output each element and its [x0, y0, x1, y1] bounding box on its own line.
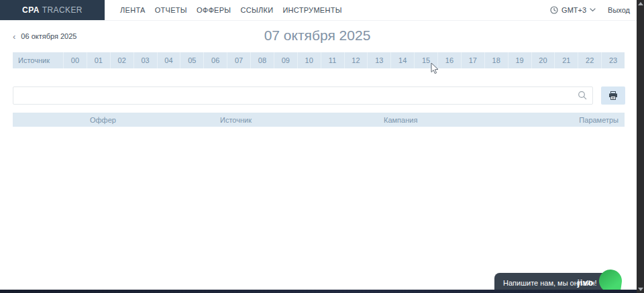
hour-cell-15[interactable]: 15 [415, 52, 438, 68]
menu-item-ssylki[interactable]: ССЫЛКИ [235, 6, 278, 14]
bottom-edge-strip [0, 290, 644, 293]
chevron-down-icon [590, 8, 596, 12]
hour-cell-20[interactable]: 20 [532, 52, 555, 68]
search-wrap [13, 86, 593, 105]
hour-cell-04[interactable]: 04 [158, 52, 181, 68]
vertical-scrollbar[interactable] [637, 0, 644, 293]
menu-item-instrumenty[interactable]: ИНСТРУМЕНТЫ [278, 6, 346, 14]
top-navbar: CPA TRACKER ЛЕНТА ОТЧЕТЫ ОФФЕРЫ ССЫЛКИ И… [0, 0, 644, 21]
prev-day-label: 06 октября 2025 [21, 32, 76, 40]
hour-cell-14[interactable]: 14 [391, 52, 415, 68]
table-header-offer: Оффер [90, 116, 220, 124]
hours-source-label: Источник [13, 52, 64, 68]
brand-logo[interactable]: CPA TRACKER [0, 0, 105, 20]
hour-cell-11[interactable]: 11 [321, 52, 345, 68]
hour-cell-22[interactable]: 22 [578, 52, 602, 68]
hour-cell-21[interactable]: 21 [555, 52, 578, 68]
table-header-row: Оффер Источник Кампания Параметры [13, 113, 625, 127]
hour-cell-09[interactable]: 09 [274, 52, 298, 68]
hour-cell-08[interactable]: 08 [251, 52, 274, 68]
hour-cell-05[interactable]: 05 [180, 52, 204, 68]
hour-cell-23[interactable]: 23 [602, 52, 625, 68]
timezone-selector[interactable]: GMT+3 [550, 6, 596, 14]
hour-cell-01[interactable]: 01 [87, 52, 111, 68]
navbar-right: GMT+3 Выход [550, 0, 644, 20]
logout-button[interactable]: Выход [608, 6, 630, 14]
hour-cell-00[interactable]: 00 [64, 52, 87, 68]
chevron-left-icon: ‹ [13, 33, 15, 40]
hour-cell-12[interactable]: 12 [345, 52, 368, 68]
hour-cell-06[interactable]: 06 [204, 52, 227, 68]
main-menu: ЛЕНТА ОТЧЕТЫ ОФФЕРЫ ССЫЛКИ ИНСТРУМЕНТЫ [115, 0, 347, 20]
printer-icon [608, 91, 618, 100]
hours-bar: Источник 00 01 02 03 04 05 06 07 08 09 1… [13, 52, 625, 68]
hour-cell-07[interactable]: 07 [227, 52, 251, 68]
clock-icon [550, 6, 558, 14]
search-input[interactable] [13, 86, 593, 105]
timezone-label: GMT+3 [561, 6, 586, 14]
jivo-logo: jivo [578, 278, 594, 288]
hour-cell-03[interactable]: 03 [134, 52, 158, 68]
menu-item-lenta[interactable]: ЛЕНТА [115, 6, 150, 14]
print-button[interactable] [601, 86, 625, 105]
hour-cell-02[interactable]: 02 [111, 52, 134, 68]
menu-item-otchety[interactable]: ОТЧЕТЫ [150, 6, 192, 14]
table-header-source: Источник [220, 116, 384, 124]
table-header-params: Параметры [559, 116, 625, 124]
hour-cell-16[interactable]: 16 [438, 52, 462, 68]
table-header-campaign: Кампания [384, 116, 559, 124]
hour-cell-10[interactable]: 10 [298, 52, 321, 68]
hour-cell-19[interactable]: 19 [508, 52, 532, 68]
hour-cell-18[interactable]: 18 [485, 52, 508, 68]
scrollbar-up-icon[interactable] [638, 2, 643, 5]
brand-bold-text: CPA [22, 5, 40, 15]
prev-day-link[interactable]: ‹ 06 октября 2025 [13, 32, 76, 40]
menu-item-offery[interactable]: ОФФЕРЫ [192, 6, 236, 14]
brand-light-text: TRACKER [42, 5, 83, 15]
scrollbar-down-icon[interactable] [638, 288, 643, 291]
hour-cell-13[interactable]: 13 [368, 52, 391, 68]
page-title: 07 октября 2025 [0, 27, 635, 44]
hour-cell-17[interactable]: 17 [462, 52, 485, 68]
